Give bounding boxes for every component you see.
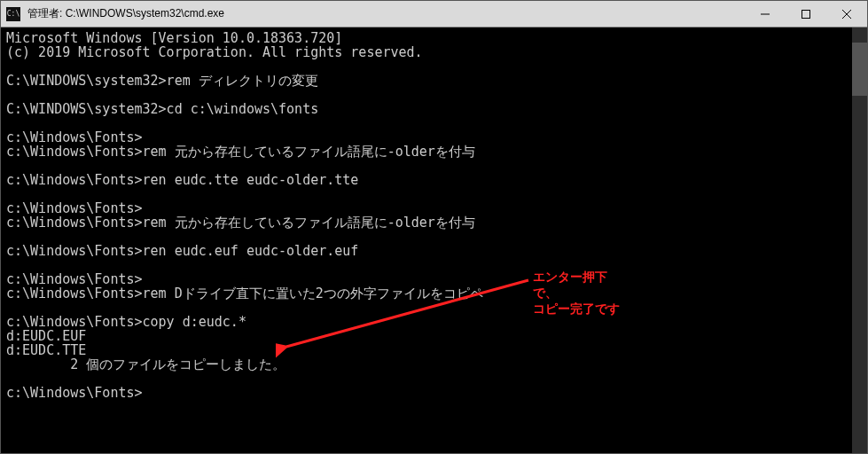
terminal-line: c:\Windows\Fonts> [6,386,862,400]
terminal-output[interactable]: Microsoft Windows [Version 10.0.18363.72… [1,27,867,453]
terminal-line [6,88,862,102]
terminal-line [6,230,862,244]
terminal-line [6,59,862,74]
terminal-line: (c) 2019 Microsoft Corporation. All righ… [6,45,862,59]
terminal-line: C:\WINDOWS\system32>cd c:\windows\fonts [6,102,862,116]
terminal-line: 2 個のファイルをコピーしました。 [6,357,862,372]
terminal-line [6,187,862,201]
terminal-line: c:\Windows\Fonts> [6,201,862,215]
terminal-line: c:\Windows\Fonts>rem 元から存在しているファイル語尾に-ol… [6,215,862,230]
terminal-line: c:\Windows\Fonts>ren eudc.tte eudc-older… [6,173,862,187]
svg-rect-1 [802,10,810,18]
close-button[interactable] [826,1,867,27]
terminal-line: c:\Windows\Fonts>rem Dドライブ直下に置いた2つの外字ファイ… [6,286,862,301]
scrollbar-thumb[interactable] [852,43,867,96]
titlebar: 管理者: C:\WINDOWS\system32\cmd.exe [1,1,867,27]
terminal-line [6,159,862,173]
terminal-line: d:EUDC.EUF [6,329,862,343]
terminal-line: c:\Windows\Fonts>rem 元から存在しているファイル語尾に-ol… [6,145,862,159]
terminal-line: d:EUDC.TTE [6,343,862,357]
window-title: 管理者: C:\WINDOWS\system32\cmd.exe [26,6,745,21]
minimize-button[interactable] [745,1,786,27]
terminal-line [6,116,862,130]
terminal-line: C:\WINDOWS\system32>rem ディレクトリの変更 [6,74,862,88]
annotation-text: エンター押下 で、 コピー完了です [533,269,620,317]
terminal-line: c:\Windows\Fonts> [6,130,862,145]
maximize-button[interactable] [786,1,826,27]
terminal-line [6,301,862,315]
terminal-line [6,258,862,272]
window-controls [745,1,867,27]
scrollbar-vertical[interactable] [852,27,867,453]
terminal-line: c:\Windows\Fonts>copy d:eudc.* [6,315,862,329]
cmd-icon [6,7,20,21]
terminal-line: c:\Windows\Fonts>ren eudc.euf eudc-older… [6,244,862,258]
terminal-line: c:\Windows\Fonts> [6,272,862,286]
terminal-line: Microsoft Windows [Version 10.0.18363.72… [6,31,862,45]
terminal-line [6,372,862,386]
